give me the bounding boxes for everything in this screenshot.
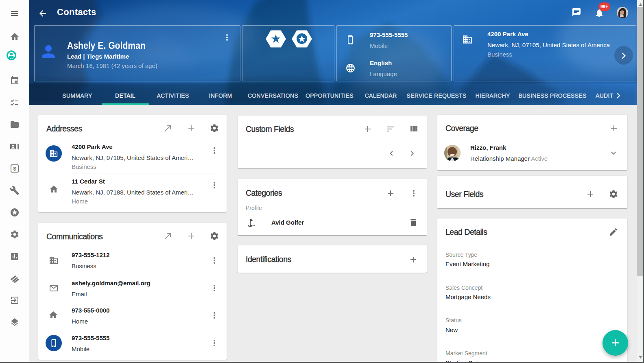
svg-text:$: $ [13,166,16,172]
